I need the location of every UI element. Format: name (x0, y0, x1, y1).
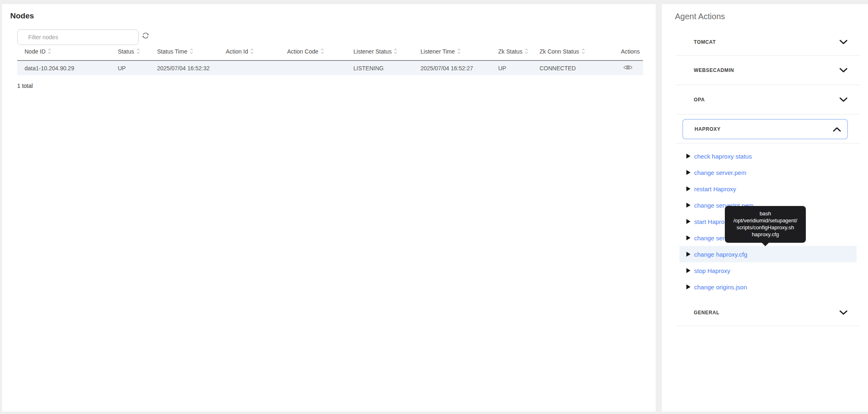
play-icon (686, 170, 690, 175)
col-header-listener-time[interactable]: Listener Time (413, 43, 491, 60)
action-change-haproxy-cfg[interactable]: change haproxy.cfg (679, 246, 857, 262)
col-header-action-id[interactable]: Action Id (218, 43, 280, 60)
section-header-general[interactable]: GENERAL (676, 299, 860, 326)
sort-icon (582, 48, 585, 54)
chevron-down-icon (839, 97, 848, 102)
section-header-tomcat[interactable]: TOMCAT (676, 29, 860, 56)
col-header-zk-conn-status[interactable]: Zk Conn Status (532, 43, 614, 60)
col-header-zk-status[interactable]: Zk Status (491, 43, 532, 60)
nodes-table: Node ID Status Status Time Action Id Act… (17, 43, 643, 75)
chevron-up-icon (832, 127, 841, 132)
table-header-row: Node ID Status Status Time Action Id Act… (17, 43, 643, 60)
divider (676, 143, 860, 143)
col-header-actions: Actions (614, 43, 643, 60)
cell-actions (614, 60, 643, 75)
col-header-status[interactable]: Status (110, 43, 150, 60)
play-icon (686, 284, 690, 289)
tooltip-line: haproxy.cfg (727, 231, 803, 238)
play-icon (686, 186, 690, 191)
tooltip-line: /opt/veridiumid/setupagent/ (727, 217, 803, 224)
sort-icon (137, 48, 140, 54)
play-icon (686, 252, 690, 257)
chevron-down-icon (839, 310, 848, 315)
tooltip-line: bash (727, 210, 803, 217)
sort-icon (321, 48, 324, 54)
chevron-down-icon (839, 67, 848, 73)
action-check-haproxy-status[interactable]: check haproxy status (679, 148, 857, 164)
tooltip-line: scripts/configHaproxy.sh (727, 224, 803, 231)
cell-listener-time: 2025/07/04 16:52:27 (413, 60, 491, 75)
cell-node-id: data1-10.204.90.29 (17, 60, 110, 75)
refresh-icon (142, 31, 150, 40)
sort-icon (457, 48, 461, 54)
cell-listener-status: LISTENING (346, 60, 413, 75)
agent-actions-title: Agent Actions (675, 12, 725, 21)
play-icon (686, 203, 690, 208)
chevron-down-icon (839, 39, 848, 45)
cell-zk-conn-status: CONNECTED (532, 60, 614, 75)
eye-icon (623, 64, 632, 71)
agent-actions-panel: Agent Actions TOMCAT WEBSECADMIN OPA HAP… (662, 4, 868, 412)
action-change-server-pem[interactable]: change server.pem (679, 164, 857, 181)
play-icon (686, 268, 690, 273)
cell-action-code (280, 60, 346, 75)
col-header-listener-status[interactable]: Listener Status (346, 43, 413, 60)
cell-status: UP (110, 60, 150, 75)
col-header-status-time[interactable]: Status Time (150, 43, 218, 60)
play-icon (686, 219, 690, 224)
sort-icon (250, 48, 254, 54)
section-header-haproxy[interactable]: HAPROXY (682, 119, 848, 139)
nodes-panel: Nodes Node ID Status Status Time Action … (2, 4, 656, 412)
sort-icon (190, 48, 193, 54)
cell-action-id (218, 60, 280, 75)
col-header-node-id[interactable]: Node ID (17, 43, 110, 60)
section-header-opa[interactable]: OPA (676, 85, 860, 114)
table-row: data1-10.204.90.29 UP 2025/07/04 16:52:3… (17, 60, 643, 75)
cell-status-time: 2025/07/04 16:52:32 (150, 60, 218, 75)
col-header-action-code[interactable]: Action Code (280, 43, 346, 60)
cell-zk-status: UP (491, 60, 532, 75)
play-icon (686, 154, 690, 159)
page-title: Nodes (10, 11, 34, 20)
sort-icon (48, 48, 51, 54)
sort-icon (525, 48, 528, 54)
command-tooltip: bash /opt/veridiumid/setupagent/ scripts… (725, 206, 806, 243)
play-icon (686, 235, 690, 240)
action-change-origins-json[interactable]: change origins.json (679, 279, 857, 295)
view-node-button[interactable] (621, 64, 632, 72)
action-stop-haproxy[interactable]: stop Haproxy (679, 262, 857, 279)
sort-icon (394, 48, 397, 54)
refresh-button[interactable] (140, 30, 151, 41)
total-count: 1 total (17, 83, 33, 89)
action-restart-haproxy[interactable]: restart Haproxy (679, 181, 857, 197)
section-header-websecadmin[interactable]: WEBSECADMIN (676, 56, 860, 85)
